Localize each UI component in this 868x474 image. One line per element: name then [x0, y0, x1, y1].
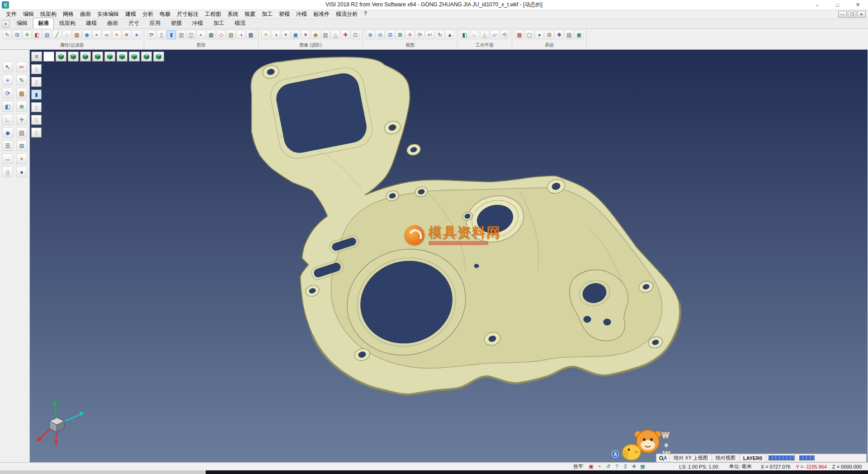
render-shadow-icon[interactable]: ◑ — [271, 30, 280, 39]
solid-tool-icon[interactable]: ◆ — [2, 127, 13, 138]
mdi-restore-button[interactable]: ❐ — [848, 11, 856, 18]
rotate-view-icon[interactable]: ⟳ — [415, 30, 425, 39]
color-swatch[interactable] — [769, 455, 795, 460]
workplane-angle-icon[interactable]: ∟ — [470, 30, 479, 39]
status-step-icon[interactable]: 2 — [621, 463, 629, 470]
color-filter-icon[interactable]: ◧ — [33, 30, 42, 39]
pan-view-icon[interactable]: ✛ — [406, 30, 415, 39]
deselect-all-icon[interactable]: ✕ — [122, 30, 131, 39]
shaded-view-icon[interactable]: ▮ — [167, 30, 176, 39]
tab-edit[interactable]: 编辑 — [12, 18, 33, 28]
view-orientation-field[interactable]: 绝对 XY 上视图 — [670, 454, 712, 462]
snap-magnet-icon[interactable]: ⌖ — [92, 30, 101, 39]
status-mesh-icon[interactable]: ▦ — [638, 463, 646, 470]
rotate-tool-icon[interactable]: ⟳ — [2, 88, 13, 99]
render-material-icon[interactable]: ▣ — [291, 30, 300, 39]
menu-machining[interactable]: 加工 — [259, 9, 276, 19]
workplane-reset-icon[interactable]: ⟲ — [500, 30, 509, 39]
render-capture-icon[interactable]: ⊡ — [351, 30, 360, 39]
zoom-in-icon[interactable]: ⊕ — [366, 30, 375, 39]
annotation-badge[interactable]: A — [612, 450, 619, 458]
menu-standard-parts[interactable]: 标准件 — [310, 9, 333, 19]
workplane-xy-icon[interactable]: ◧ — [460, 30, 469, 39]
view-right-cube-icon[interactable] — [117, 52, 127, 62]
chain-select-icon[interactable]: ∞ — [102, 30, 111, 39]
zoom-fit-icon[interactable]: ⊠ — [396, 30, 405, 39]
view-back-cube-icon[interactable] — [92, 52, 103, 62]
tab-standard[interactable]: 标准 — [33, 18, 54, 28]
cad-scene[interactable] — [30, 50, 868, 462]
view-dynamic-cube-icon[interactable] — [153, 52, 164, 62]
view-front-cube-icon[interactable] — [80, 52, 91, 62]
zoom-out-icon[interactable]: ⊖ — [376, 30, 385, 39]
refresh-view-icon[interactable]: ↻ — [435, 30, 444, 39]
point-tool-icon[interactable]: ⌖ — [2, 75, 13, 85]
workplane-3point-icon[interactable]: △ — [480, 30, 489, 39]
viewport-3d[interactable]: ≡ — [30, 50, 868, 462]
attribute-edit-icon[interactable]: ✎ — [3, 30, 12, 39]
attribute-copy-icon[interactable]: ⊞ — [13, 30, 22, 39]
render-camera-icon[interactable]: ◉ — [311, 30, 320, 39]
visibility-filter-icon[interactable]: ◉ — [82, 30, 91, 39]
absolute-view-field[interactable]: 绝对视图 — [712, 454, 740, 462]
tab-machining[interactable]: 加工 — [208, 18, 229, 28]
status-undo-icon[interactable]: ↺ — [604, 463, 612, 470]
display-toggle-1[interactable]: ▯ — [31, 64, 42, 74]
highlight-tool-icon[interactable]: ✦ — [16, 153, 27, 164]
system-grid-icon[interactable]: ⊞ — [545, 30, 554, 39]
tab-flow[interactable]: 模流 — [230, 18, 250, 28]
tab-wireframe[interactable]: 线架构 — [54, 18, 80, 28]
view-iso-cube-icon[interactable] — [56, 52, 66, 62]
toolbar-dropdown-icon[interactable]: ▼ — [2, 20, 9, 28]
layer-filter-icon[interactable]: ▤ — [42, 30, 52, 39]
view-top-cube-icon[interactable] — [68, 52, 79, 62]
view-left-cube-icon[interactable] — [104, 52, 115, 62]
stretch-tool-icon[interactable]: ↔ — [2, 153, 13, 164]
display-toggle-6[interactable]: ▯ — [31, 128, 42, 137]
status-help-icon[interactable]: ? — [613, 463, 621, 470]
edge-display-icon[interactable]: ◇ — [217, 30, 226, 39]
mdi-minimize-button[interactable]: — — [838, 11, 847, 18]
cylinder-tool-icon[interactable]: ▯ — [2, 166, 13, 177]
list-tool-icon[interactable]: ☰ — [2, 140, 13, 151]
attribute-eyedropper-icon[interactable]: ✛ — [23, 30, 32, 39]
display-toggle-3[interactable]: ▮ — [31, 90, 42, 100]
workplane-view-icon[interactable]: ▱ — [490, 30, 499, 39]
view-iso2-cube-icon[interactable] — [141, 52, 152, 62]
status-capture-icon[interactable]: ▣ — [587, 463, 595, 470]
display-toggle-4[interactable]: ▯ — [31, 102, 42, 112]
grid-tool-icon[interactable]: ⊞ — [16, 140, 27, 151]
close-button[interactable]: ✕ — [848, 0, 868, 9]
zoom-text-icon[interactable]: A — [656, 454, 670, 462]
layer-tool-icon[interactable]: ▤ — [16, 127, 27, 138]
wireframe-view-icon[interactable]: ▯ — [157, 30, 166, 39]
quick-select-icon[interactable]: ✦ — [112, 30, 121, 39]
curvature-display-icon[interactable]: ◑ — [236, 30, 245, 39]
viewport-menu-icon[interactable]: ≡ — [31, 52, 42, 62]
surface-tool-icon[interactable]: ◧ — [2, 101, 13, 112]
display-toggle-5[interactable]: ▯ — [31, 115, 42, 125]
menu-die[interactable]: 冲模 — [293, 9, 310, 19]
system-layers-icon[interactable]: ▤ — [565, 30, 574, 39]
menu-flow-analysis[interactable]: 模流分析 — [333, 9, 361, 19]
trim-tool-icon[interactable]: ✂ — [16, 62, 27, 72]
linetype-filter-icon[interactable]: ╱ — [52, 30, 61, 39]
status-tools-icon[interactable]: ✚ — [630, 463, 638, 470]
render-ambient-icon[interactable]: △ — [331, 30, 340, 39]
tab-dimension[interactable]: 尺寸 — [123, 18, 144, 28]
tab-surface[interactable]: 曲面 — [102, 18, 123, 28]
system-report-icon[interactable]: ▣ — [575, 30, 584, 39]
render-add-icon[interactable]: ✚ — [341, 30, 350, 39]
tab-modeling[interactable]: 建模 — [81, 18, 102, 28]
mesh-tool-icon[interactable]: ▦ — [16, 88, 27, 99]
menu-help[interactable]: ? — [361, 9, 370, 19]
redraw-icon[interactable]: ⟳ — [147, 30, 156, 39]
system-settings-icon[interactable]: ✱ — [555, 30, 564, 39]
tab-die[interactable]: 冲模 — [187, 18, 208, 28]
snap-lock-label[interactable]: 拴牢 — [570, 463, 587, 470]
section-view-icon[interactable]: ◫ — [187, 30, 196, 39]
linetype-swatch[interactable] — [799, 455, 815, 460]
zoom-window-icon[interactable]: ⊞ — [386, 30, 395, 39]
perspective-view-icon[interactable]: ▲ — [445, 30, 454, 39]
system-display-icon[interactable]: ▢ — [525, 30, 534, 39]
